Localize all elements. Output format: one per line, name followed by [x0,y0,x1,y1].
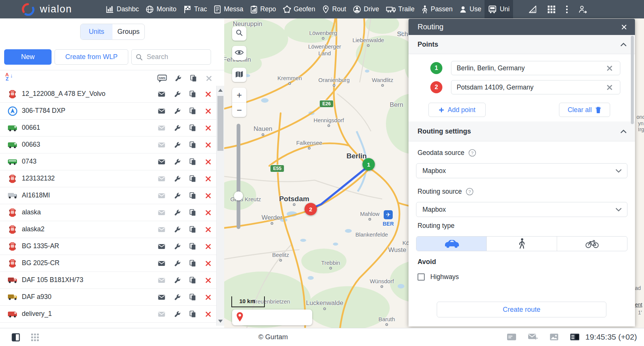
delete-unit-icon[interactable] [204,209,212,216]
copy-unit-icon[interactable] [188,158,197,165]
properties-wrench-icon[interactable] [173,243,181,250]
clear-all-button[interactable]: Clear all [559,103,610,117]
send-message-icon[interactable] [157,192,166,199]
send-message-icon[interactable] [157,294,166,301]
tab-groups[interactable]: Groups [112,24,144,39]
clear-x-icon[interactable] [204,74,214,83]
delete-unit-icon[interactable] [204,124,212,132]
map-zoom-slider[interactable] [237,124,240,229]
help-icon[interactable]: ? [468,149,476,157]
scroll-down-arrow-icon[interactable] [218,320,223,323]
unit-row[interactable]: delivery_1 [0,306,216,323]
points-section-header[interactable]: Points [409,35,635,54]
nav-item-trac[interactable]: Trac [180,0,210,18]
zoom-slider-handle[interactable] [234,191,243,200]
unit-row[interactable]: AI1618MI [0,187,216,204]
unit-row[interactable]: DAF 105 B181XH/73 [0,272,216,289]
panel-scrollbar[interactable] [631,36,634,124]
ruler-icon[interactable] [528,5,537,14]
scroll-up-arrow-icon[interactable] [218,89,223,92]
delete-unit-icon[interactable] [204,175,212,182]
delete-unit-icon[interactable] [204,294,212,301]
wialon-logo[interactable]: wialon [22,3,97,16]
map-search-button[interactable] [232,26,246,41]
copy-unit-icon[interactable] [188,294,197,301]
delete-unit-icon[interactable] [204,192,212,199]
copyright[interactable]: © Gurtam [243,333,303,341]
nav-item-rout[interactable]: Rout [319,0,349,18]
routing-source-select[interactable]: Mapbox [416,202,627,217]
copy-unit-icon[interactable] [188,141,197,149]
apps-grid-icon[interactable] [547,5,556,14]
point-address-input[interactable] [451,80,620,94]
create-from-wlp-button[interactable]: Create from WLP [55,49,128,65]
properties-wrench-icon[interactable] [173,294,181,301]
properties-wrench-icon[interactable] [173,260,181,267]
console-icon[interactable] [507,333,516,341]
properties-wrench-icon[interactable] [173,158,181,165]
copy-unit-icon[interactable] [188,209,197,216]
unit-row[interactable]: alaska [0,204,216,221]
highways-checkbox[interactable] [418,273,425,281]
properties-wrench-icon[interactable] [173,141,181,149]
copy-unit-icon[interactable] [188,277,197,284]
copy-icon[interactable] [188,74,198,83]
mail-in-icon[interactable] [528,333,538,341]
unit-row[interactable]: 00661 [0,120,216,137]
point-address-input[interactable] [451,61,620,75]
delete-unit-icon[interactable] [204,141,212,149]
properties-wrench-icon[interactable] [173,311,181,318]
settings-section-header[interactable]: Routing settings [409,121,635,141]
unit-row[interactable]: 123132132 [0,170,216,187]
add-point-button[interactable]: Add point [428,103,486,117]
sms-icon[interactable]: SMS [157,74,167,83]
user-login-icon[interactable] [578,5,587,14]
delete-unit-icon[interactable] [204,158,212,165]
properties-wrench-icon[interactable] [173,108,181,115]
copy-unit-icon[interactable] [188,260,197,267]
nav-item-drive[interactable]: Drive [349,0,383,18]
copy-unit-icon[interactable] [188,226,197,233]
nav-item-repo[interactable]: Repo [247,0,279,18]
delete-unit-icon[interactable] [204,311,212,318]
remove-point-icon[interactable] [607,65,612,71]
route-point-marker-2[interactable]: 2 [305,203,317,215]
remove-point-icon[interactable] [607,85,612,90]
properties-wrench-icon[interactable] [173,175,181,182]
routing-type-walk[interactable] [486,237,557,251]
send-message-icon[interactable] [157,158,166,165]
unit-row[interactable]: 0743 [0,153,216,170]
delete-unit-icon[interactable] [204,226,212,233]
send-message-icon[interactable] [157,175,166,182]
wrench-icon[interactable] [173,74,183,83]
unit-row[interactable]: BG 2025-CR [0,255,216,272]
grid-dots-icon[interactable] [31,334,39,341]
delete-unit-icon[interactable] [204,108,212,115]
nav-item-use[interactable]: Use [456,0,485,18]
nav-item-passen[interactable]: Passen [418,0,456,18]
help-icon[interactable]: ? [466,188,474,196]
properties-wrench-icon[interactable] [173,124,181,132]
send-message-icon[interactable] [157,243,166,250]
nav-item-uni[interactable]: Uni [485,0,513,18]
send-message-icon[interactable] [157,311,166,318]
unit-row[interactable]: 306-T784 DXP [0,103,216,120]
map-visibility-button[interactable] [232,46,246,60]
new-unit-button[interactable]: New [4,49,52,65]
send-message-icon[interactable] [157,260,166,267]
chevron-up-icon[interactable] [620,42,627,47]
nav-item-dashbc[interactable]: Dashbc [102,0,142,18]
copy-unit-icon[interactable] [188,243,197,250]
nav-item-messa[interactable]: Messa [210,0,247,18]
delete-unit-icon[interactable] [204,91,212,98]
unit-row[interactable]: 12_122008_A 478 ЕУ_Volvo [0,86,216,103]
panel-toggle-icon[interactable] [12,333,20,341]
map-address-box[interactable] [232,310,312,325]
unit-list-scrollbar[interactable] [216,86,225,326]
properties-wrench-icon[interactable] [173,192,181,199]
zoom-in-button[interactable]: + [232,88,246,103]
nav-item-monito[interactable]: Monito [142,0,180,18]
properties-wrench-icon[interactable] [173,209,181,216]
copy-unit-icon[interactable] [188,311,197,318]
copy-unit-icon[interactable] [188,108,197,115]
